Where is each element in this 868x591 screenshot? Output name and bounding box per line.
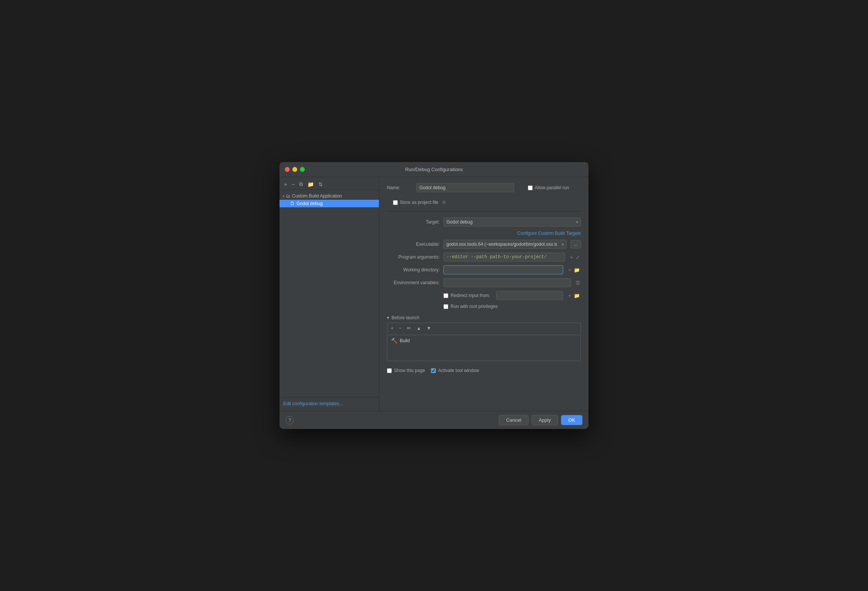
sidebar-tree: ▾ 🗂 Custom Build Application 🗒 Godot deb… (280, 190, 379, 397)
redirect-browse-button[interactable]: 📁 (573, 292, 581, 299)
program-args-add-button[interactable]: + (569, 254, 574, 260)
program-arguments-row: Program arguments: + ⤢ (387, 253, 581, 262)
activate-tool-window-text: Activate tool window (438, 368, 479, 373)
executable-select[interactable]: godot.osx.tools.64 (~workspaces/godot/bi… (443, 240, 567, 249)
before-launch-label: Before launch (391, 315, 419, 320)
configure-link-row: Configure Custom Build Targets (387, 230, 581, 236)
redirect-input-label[interactable]: Redirect input from: (443, 293, 490, 298)
executable-label: Executable: (387, 242, 440, 247)
add-config-button[interactable]: + (283, 181, 289, 188)
footer-left: ? (286, 416, 294, 424)
copy-config-button[interactable]: ⧉ (298, 180, 304, 188)
run-debug-configurations-dialog: Run/Debug Configurations + − ⧉ 📁 ⇅ ▾ 🗂 C… (280, 162, 588, 429)
configure-custom-build-targets-link[interactable]: Configure Custom Build Targets (517, 231, 581, 236)
close-button[interactable] (285, 167, 290, 172)
before-launch-item-build: 🔨 Build (389, 337, 579, 345)
redirect-input-buttons: + 📁 (567, 292, 581, 299)
build-icon: 🔨 (391, 338, 397, 344)
redirect-input-row: Redirect input from: + 📁 (387, 291, 581, 300)
traffic-lights (285, 167, 305, 172)
minimize-button[interactable] (292, 167, 297, 172)
sidebar-item-label: Godot debug (296, 201, 322, 206)
program-args-buttons: + ⤢ (569, 254, 581, 260)
redirect-input-label-text: Redirect input from: (451, 293, 490, 298)
tree-group-header-custom-build[interactable]: ▾ 🗂 Custom Build Application (280, 192, 379, 200)
run-root-label-text: Run with root privileges (451, 304, 498, 309)
executable-browse-button[interactable]: ... (570, 240, 581, 248)
before-launch-chevron-icon: ▾ (387, 315, 389, 320)
before-launch-edit-button[interactable]: ✏ (405, 325, 413, 332)
before-launch-toolbar: + − ✏ ▲ ▼ (387, 323, 581, 333)
dialog-body: + − ⧉ 📁 ⇅ ▾ 🗂 Custom Build Application 🗒 (280, 177, 588, 411)
tree-group-custom-build: ▾ 🗂 Custom Build Application 🗒 Godot deb… (280, 191, 379, 208)
program-arguments-input[interactable] (443, 253, 565, 262)
working-dir-browse-button[interactable]: 📁 (573, 267, 581, 273)
title-bar: Run/Debug Configurations (280, 162, 588, 177)
before-launch-add-button[interactable]: + (389, 325, 396, 332)
sort-config-button[interactable]: ⇅ (317, 181, 324, 188)
ok-button[interactable]: OK (561, 415, 582, 425)
before-launch-remove-button[interactable]: − (397, 325, 404, 332)
dialog-title: Run/Debug Configurations (405, 167, 463, 172)
env-vars-label: Environment variables: (387, 280, 440, 285)
before-launch-item-label: Build (400, 338, 410, 343)
working-directory-label: Working directory: (387, 267, 440, 273)
target-row: Target: Godot debug (387, 217, 581, 227)
before-launch-up-button[interactable]: ▲ (414, 325, 423, 332)
store-as-project-file-checkbox[interactable] (393, 200, 398, 205)
help-button[interactable]: ? (286, 416, 294, 424)
redirect-input-field[interactable] (496, 291, 564, 300)
executable-select-wrapper: godot.osx.tools.64 (~workspaces/godot/bi… (443, 240, 567, 249)
program-arguments-label: Program arguments: (387, 254, 440, 260)
cancel-button[interactable]: Cancel (499, 415, 528, 425)
target-select[interactable]: Godot debug (443, 217, 581, 227)
working-directory-row: Working directory: + 📁 (387, 265, 581, 274)
before-launch-header[interactable]: ▾ Before launch (387, 315, 581, 320)
before-launch-list: 🔨 Build (387, 335, 581, 361)
store-as-project-file-label[interactable]: Store as project file (400, 200, 439, 205)
form-section-target: Target: Godot debug Configure Custom Bui… (387, 217, 581, 309)
redirect-input-checkbox[interactable] (443, 293, 448, 298)
chevron-down-icon: ▾ (283, 194, 284, 198)
config-icon: 🗒 (290, 201, 295, 206)
bottom-checkboxes: Show this page Activate tool window (387, 368, 581, 373)
before-launch-section: ▾ Before launch + − ✏ ▲ ▼ 🔨 Build (387, 315, 581, 361)
executable-row: Executable: godot.osx.tools.64 (~workspa… (387, 240, 581, 249)
working-dir-buttons: + 📁 (567, 267, 581, 273)
run-root-row: Run with root privileges (387, 304, 581, 309)
target-label: Target: (387, 219, 440, 225)
folder-config-button[interactable]: 📁 (306, 181, 315, 188)
divider-1 (387, 211, 581, 211)
show-this-page-text: Show this page (394, 368, 425, 373)
show-this-page-checkbox[interactable] (387, 368, 392, 373)
name-row: Name: Allow parallel run Store as projec… (387, 183, 581, 205)
show-this-page-label[interactable]: Show this page (387, 368, 425, 373)
program-args-expand-button[interactable]: ⤢ (575, 254, 581, 260)
remove-config-button[interactable]: − (290, 181, 296, 188)
activate-tool-window-checkbox[interactable] (431, 368, 436, 373)
allow-parallel-run-label[interactable]: Allow parallel run (535, 185, 569, 190)
apply-button[interactable]: Apply (532, 415, 558, 425)
activate-tool-window-label[interactable]: Activate tool window (431, 368, 479, 373)
maximize-button[interactable] (300, 167, 305, 172)
run-root-checkbox[interactable] (443, 304, 448, 309)
allow-parallel-run-checkbox[interactable] (528, 185, 533, 190)
target-select-wrapper: Godot debug (443, 217, 581, 227)
sidebar-item-godot-debug[interactable]: 🗒 Godot debug (280, 200, 379, 207)
redirect-add-button[interactable]: + (567, 292, 572, 299)
group-icon: 🗂 (286, 193, 290, 199)
working-dir-add-button[interactable]: + (567, 267, 572, 273)
run-root-label[interactable]: Run with root privileges (443, 304, 498, 309)
gear-icon[interactable]: ⚙ (442, 200, 446, 205)
sidebar-toolbar: + − ⧉ 📁 ⇅ (280, 179, 379, 190)
env-vars-input[interactable] (443, 278, 571, 287)
env-vars-edit-button[interactable]: ☰ (575, 279, 581, 286)
store-as-project-file-group: Store as project file ⚙ (393, 200, 446, 205)
group-label: Custom Build Application (292, 193, 342, 199)
name-label: Name: (387, 185, 413, 190)
edit-templates-link[interactable]: Edit configuration templates... (283, 401, 343, 406)
before-launch-down-button[interactable]: ▼ (425, 325, 433, 332)
working-directory-input[interactable] (443, 265, 563, 274)
footer-buttons: Cancel Apply OK (499, 415, 582, 425)
name-input[interactable] (416, 183, 514, 192)
